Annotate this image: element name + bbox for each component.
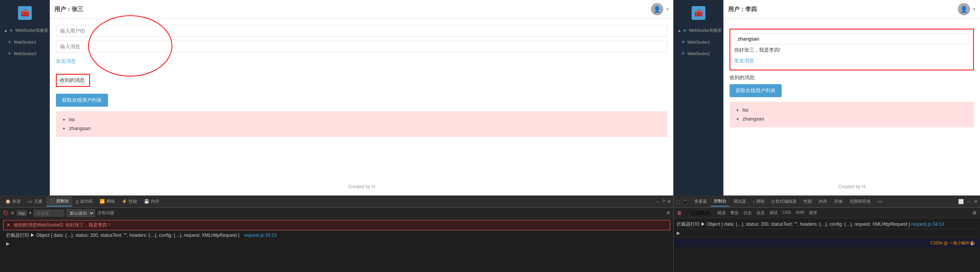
right-resize-icon[interactable]: ⬜	[958, 199, 964, 204]
right-console-log2: ▶	[677, 229, 977, 237]
more-icon[interactable]: ···	[656, 199, 660, 204]
left-content-area: 用户：张三 👤 ▾ 发送消息	[50, 0, 673, 195]
sidebar-item-websocke2[interactable]: ✈ WebSocke2	[4, 48, 50, 59]
settings-icon[interactable]: ⚙	[666, 210, 670, 215]
left-user-avatar: 👤	[651, 3, 663, 15]
right-more-icon[interactable]: ···	[967, 199, 971, 204]
clear-console-icon[interactable]: 🚫	[3, 210, 8, 215]
left-logo-icon: 🧰	[18, 6, 32, 20]
right-tab-accessibility[interactable]: 无障碍环境	[846, 197, 874, 206]
right-logo: 🧰	[674, 3, 723, 24]
devtools-tab-performance[interactable]: ⚡ 性能	[119, 197, 140, 206]
top-label[interactable]: top	[16, 210, 27, 216]
devtools-tab-elements[interactable]: <> 元素	[25, 197, 46, 206]
left-console-content: ✕ 收到的消息WebSocket2: 你好张三，我是李四！ 拦截器打印 ▶ Ob…	[0, 218, 673, 249]
right-close-icon[interactable]: ✕	[974, 199, 978, 204]
right-log1-link[interactable]: request.js:34:13	[911, 222, 944, 227]
right-settings-icon[interactable]: ⚙	[972, 210, 977, 216]
right-chevron[interactable]: ▾	[973, 7, 975, 12]
sidebar-item-websocke1[interactable]: ✈ WebSocke1	[4, 36, 50, 48]
level-error[interactable]: 错误	[716, 210, 727, 216]
dropdown-arrow[interactable]: ▾	[29, 210, 31, 215]
left-message-input[interactable]	[56, 41, 667, 52]
left-content-body: 发送消息 收到的消息: 获取在线用户列表 lisi zhangsan	[50, 19, 673, 178]
right-devtools-toolbar: 🗑 ▽ 过滤输出 错误 警告 日志 信息 调试 CSS XHR 请求 ⚙	[674, 208, 980, 218]
right-send-icon1: ✈	[681, 39, 685, 45]
right-tab-storage[interactable]: 存储	[831, 197, 846, 206]
console-icon: ⬛	[49, 199, 55, 204]
sidebar-item2-label: WebSocke2	[14, 51, 36, 56]
right-tab-performance[interactable]: 性能	[800, 197, 815, 206]
right-filter-icon[interactable]: ▽ 过滤输出	[684, 210, 710, 217]
filter-icon[interactable]: ⊘	[11, 210, 14, 215]
left-chevron[interactable]: ▾	[666, 7, 669, 12]
sidebar-item1-label: WebSocke1	[14, 40, 36, 44]
right-logo-icon: 🧰	[692, 6, 705, 20]
close-icon[interactable]: ✕	[667, 199, 671, 204]
home-icon: 🏠	[5, 199, 11, 204]
sidebar-item-websocke-lab[interactable]: ▲ ✈ WebSocke实验室	[0, 24, 50, 36]
level-log[interactable]: 日志	[742, 210, 753, 216]
right-devtools-mobile-icon[interactable]: 📱	[682, 199, 688, 204]
left-received-label: 收到的消息:	[56, 74, 90, 87]
right-userid-input[interactable]	[734, 33, 969, 44]
right-sidebar-label0: WebSocke实验室	[689, 28, 722, 33]
sidebar-item-label: WebSocke实验室	[15, 28, 48, 33]
help-icon[interactable]: ?	[662, 199, 665, 204]
right-get-users-button[interactable]: 获取在线用户列表	[730, 84, 782, 97]
devtools-tab-sources[interactable]: {} 源代码	[73, 197, 96, 206]
right-send-icon2: ✈	[681, 51, 685, 56]
right-sidebar-item-ws1[interactable]: ✈ WebSocke1	[677, 36, 723, 48]
left-get-users-button[interactable]: 获取在线用户列表	[56, 94, 108, 107]
right-content-area: 用户：李四 👤 ▾ 你好张三，我是李四! 发送消息 收到的消息:	[723, 0, 980, 195]
left-logo: 🧰	[0, 3, 50, 24]
console-filter-input[interactable]	[34, 210, 64, 217]
right-footer: Created by H	[723, 178, 980, 195]
left-send-button[interactable]: 发送消息	[56, 56, 76, 66]
right-tab-console[interactable]: 控制台	[711, 196, 730, 207]
console-error-line: ✕ 收到的消息WebSocket2: 你好张三，我是李四！	[3, 220, 670, 230]
left-page-title: 用户：张三	[54, 6, 83, 13]
right-send-icon: ✈	[683, 28, 687, 33]
level-warning[interactable]: 警告	[729, 210, 740, 216]
right-tab-memory[interactable]: 内存	[816, 197, 830, 206]
right-devtools-pick-icon[interactable]: ⬚	[676, 199, 680, 204]
left-userid-input[interactable]	[56, 25, 667, 37]
right-sidebar-item-lab[interactable]: ▲ ✈ WebSocke实验室	[674, 24, 723, 36]
devtools-tab-memory[interactable]: 💾 内存	[141, 197, 162, 206]
network-icon: 📶	[100, 199, 105, 204]
console-log-link[interactable]: request.js:34:13	[244, 233, 276, 238]
right-console-log1: 拦截器打印 ▶ Object { data: {…}, status: 200,…	[677, 220, 977, 229]
caret-icon: ▶	[6, 241, 10, 246]
console-error-text: 收到的消息WebSocket2: 你好张三，我是李四！	[14, 222, 111, 228]
memory-icon: 💾	[144, 199, 149, 204]
console-log-text: 拦截器打印 ▶ Object { data: {…}, status: 200,…	[6, 233, 240, 238]
level-css[interactable]: CSS	[781, 210, 793, 216]
level-request[interactable]: 请求	[807, 210, 819, 216]
right-tab-viewer[interactable]: 查看器	[691, 197, 710, 206]
right-sidebar-item-ws2[interactable]: ✈ WebSocke2	[677, 48, 723, 59]
right-send-button[interactable]: 发送消息	[734, 56, 754, 66]
left-sidebar: 🧰 ▲ ✈ WebSocke实验室 ✈ WebSocke1 ✈ WebSocke…	[0, 0, 50, 195]
devtools-tab-network[interactable]: 📶 网络	[97, 197, 118, 206]
right-tab-network[interactable]: ↕ 网络	[750, 197, 768, 206]
level-info[interactable]: 信息	[755, 210, 766, 216]
console-levels: 错误 警告 日志 信息 调试 CSS XHR 请求	[716, 210, 819, 216]
devtools-tab-console[interactable]: ⬛ 控制台	[46, 196, 72, 207]
right-tab-style-editor[interactable]: {} 样式编辑器	[769, 197, 800, 206]
devtools-tab-welcome[interactable]: 🏠 欢迎	[2, 197, 24, 206]
right-tab-debugger[interactable]: 调试器	[730, 197, 749, 206]
level-debug[interactable]: 调试	[768, 210, 779, 216]
right-message-text: 你好张三，我是李四!	[734, 47, 969, 54]
right-header: 用户：李四 👤 ▾	[723, 0, 980, 19]
devtools-extra: ··· ? ✕	[656, 199, 671, 204]
console-level-select[interactable]: 默认级别	[67, 209, 95, 217]
left-user-zhangsan: zhangsan	[69, 124, 662, 133]
right-tab-more[interactable]: >>	[874, 197, 885, 206]
right-devtools: ⬚ 📱 查看器 控制台 调试器 ↕ 网络 {} 样式编辑器 性能 内存 存储 无…	[674, 195, 980, 272]
status-text: CSDN @ 一枚小蜗牛🐌	[931, 240, 975, 246]
right-trash-icon[interactable]: 🗑	[677, 210, 682, 216]
left-header-right: 👤 ▾	[651, 3, 669, 15]
right-received-row: 收到的消息:	[730, 74, 974, 81]
level-xhr[interactable]: XHR	[794, 210, 806, 216]
